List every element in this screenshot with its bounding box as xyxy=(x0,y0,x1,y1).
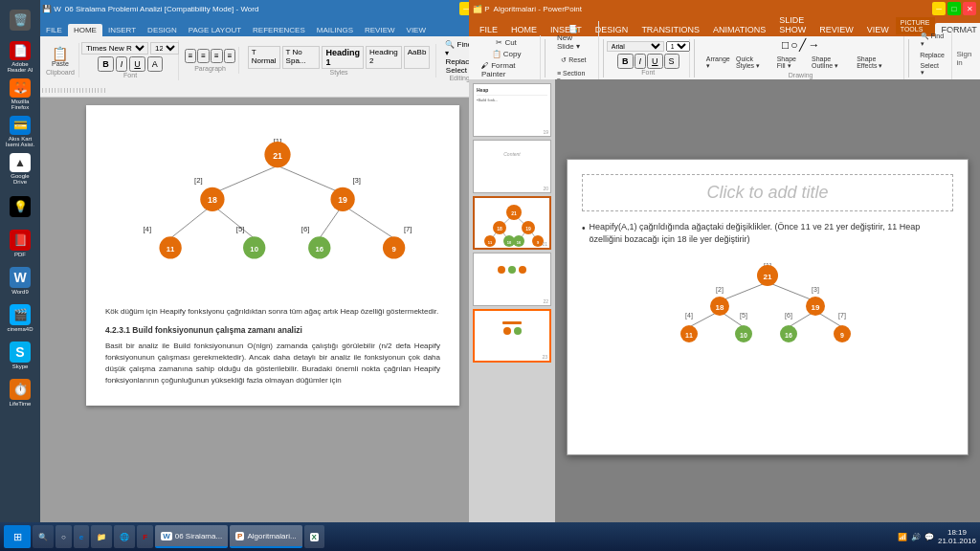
word-tab-design[interactable]: DESIGN xyxy=(142,24,183,36)
ppt-main-area: Heap •Build fonk... 19 Content 20 xyxy=(469,79,980,534)
italic-btn[interactable]: I xyxy=(116,56,128,72)
recycle-icon: 🗑️ xyxy=(10,10,31,31)
ppt-maximize-btn[interactable]: □ xyxy=(947,2,961,15)
ppt-tab-transitions[interactable]: TRANSITIONS xyxy=(635,23,706,36)
word-tab-mailings[interactable]: MAILINGS xyxy=(311,24,359,36)
shape-rect-icon[interactable]: □ xyxy=(782,38,789,52)
style-normal[interactable]: T Normal xyxy=(248,46,280,69)
mini-tree-svg: 21 18 19 11 10 16 9 xyxy=(477,203,551,250)
desktop-icon-pdf[interactable]: 📕 PDF xyxy=(2,226,38,262)
ppt-select-btn[interactable]: Select ▾ xyxy=(919,60,947,78)
lifetime-icon: ⏱️ xyxy=(10,379,31,400)
ppt-replace-btn[interactable]: Replace xyxy=(918,50,947,60)
taskbar-cortana[interactable]: ○ xyxy=(56,525,72,548)
slide-thumb-5[interactable]: 23 xyxy=(473,309,551,363)
ppt-find-btn[interactable]: 🔍 Find ▾ xyxy=(919,31,947,50)
slide-title-placeholder[interactable]: Click to add title xyxy=(582,174,953,211)
cinema4d-icon: 🎬 xyxy=(10,304,31,325)
quick-styles-btn[interactable]: Quick Styles ▾ xyxy=(734,54,773,72)
word-tab-pagelayout[interactable]: PAGE LAYOUT xyxy=(183,24,247,36)
ppt-size-select[interactable]: 18 xyxy=(666,41,690,52)
desktop-icon-lifetime[interactable]: ⏱️ LifeTime xyxy=(2,375,38,411)
taskbar-excel[interactable]: X xyxy=(304,525,324,548)
svg-text:11: 11 xyxy=(488,240,493,245)
style-heading1[interactable]: Heading 1 xyxy=(322,46,364,69)
ppt-close-btn[interactable]: ✕ xyxy=(963,2,976,15)
desktop-icon-recycle[interactable]: 🗑️ xyxy=(2,2,38,38)
taskbar-ie[interactable]: e xyxy=(74,525,89,548)
ppt-tab-view[interactable]: VIEW xyxy=(860,23,896,36)
slide-thumb-3[interactable]: 21 18 19 11 10 16 9 21 xyxy=(473,196,551,250)
ppt-shadow-btn[interactable]: S xyxy=(664,54,679,69)
ppt-copy-btn[interactable]: 📋 Copy xyxy=(479,49,534,59)
shape-arrow-icon[interactable]: → xyxy=(808,38,819,52)
align-left-btn[interactable]: ≡ xyxy=(185,49,197,63)
word-tab-review[interactable]: REVIEW xyxy=(359,24,401,36)
format-painter-btn[interactable]: 🖌 Format Painter xyxy=(479,60,534,79)
desktop-icon-intellij[interactable]: 💡 xyxy=(2,188,38,225)
taskbar-ppt[interactable]: P Algoritmalari... xyxy=(230,525,301,548)
ppt-cut-btn[interactable]: ✂ Cut xyxy=(479,37,534,48)
ppt-tab-slideshow[interactable]: SLIDE SHOW xyxy=(772,13,813,36)
foxit-icon: F xyxy=(143,533,147,541)
ppt-tab-review[interactable]: REVIEW xyxy=(813,23,860,36)
word-tab-insert[interactable]: INSERT xyxy=(102,24,142,36)
desktop-icon-word[interactable]: W Word9 xyxy=(2,263,38,299)
taskbar-word[interactable]: W 06 Siralama... xyxy=(155,525,228,548)
tree-svg: [1] [2] [3] [4] [5] [6] [7] 21 18 19 11 xyxy=(105,124,450,297)
slide-thumb-2[interactable]: Content 20 xyxy=(473,140,551,193)
ppt-underline-btn[interactable]: U xyxy=(647,54,663,69)
style-no-spacing[interactable]: T No Spa... xyxy=(282,46,321,69)
word-tab-file[interactable]: FILE xyxy=(40,24,68,36)
style-heading2[interactable]: Heading 2 xyxy=(366,46,402,69)
shape-outline-btn[interactable]: Shape Outline ▾ xyxy=(810,54,853,72)
desktop-icon-skype[interactable]: S Skype xyxy=(2,338,38,374)
adobe-label: Adobe Reader AI xyxy=(4,61,36,74)
shape-effects-btn[interactable]: Shape Effects ▾ xyxy=(855,54,897,72)
desktop-icon-akiskart[interactable]: 💳 Akıs Kart İsemi Asist. xyxy=(2,114,38,150)
ppt-italic-btn[interactable]: I xyxy=(635,54,647,69)
svg-text:11: 11 xyxy=(167,245,175,253)
slide-thumb-4[interactable]: 22 xyxy=(473,253,551,306)
word-tab-references[interactable]: REFERENCES xyxy=(247,24,311,36)
ppt-font-select[interactable]: Arial xyxy=(607,41,664,52)
taskbar-files[interactable]: 📁 xyxy=(91,525,112,548)
desktop-icon-adobe[interactable]: 📄 Adobe Reader AI xyxy=(2,39,38,76)
paste-btn[interactable]: 📋 Paste xyxy=(47,45,74,69)
word-tab-home[interactable]: HOME xyxy=(68,24,102,36)
align-center-btn[interactable]: ≡ xyxy=(197,49,210,63)
word-heading: 4.2.3.1 Build fonksiyonunun çalışma zama… xyxy=(105,325,440,335)
taskbar-foxitreader[interactable]: F xyxy=(137,525,153,548)
word-page: [1] [2] [3] [4] [5] [6] [7] 21 18 19 11 xyxy=(86,105,459,406)
desktop-icon-firefox[interactable]: 🦊 Mozilla Firefox xyxy=(2,77,38,113)
desktop-icon-cinema4d[interactable]: 🎬 cinema4D xyxy=(2,300,38,337)
shape-line-icon[interactable]: ╱ xyxy=(799,38,806,52)
arrange-btn[interactable]: Arrange ▾ xyxy=(704,54,732,72)
taskbar-clock[interactable]: 18:19 21.01.2016 xyxy=(938,528,976,545)
skype-label: Skype xyxy=(12,364,29,370)
bold-btn[interactable]: B xyxy=(98,56,114,72)
ppt-bold-btn[interactable]: B xyxy=(617,54,634,69)
color-btn[interactable]: A xyxy=(147,56,163,72)
styles-group: T Normal T No Spa... Heading 1 Heading 2… xyxy=(242,44,437,77)
new-slide-btn[interactable]: 📑 New Slide ▾ xyxy=(555,23,592,53)
ppt-tab-animations[interactable]: ANIMATIONS xyxy=(706,23,772,36)
underline-btn[interactable]: U xyxy=(129,56,145,72)
taskbar-chrome[interactable]: 🌐 xyxy=(114,525,135,548)
word-tab-view[interactable]: VIEW xyxy=(401,24,432,36)
shape-oval-icon[interactable]: ○ xyxy=(791,38,797,52)
ppt-minimize-btn[interactable]: ─ xyxy=(932,2,946,15)
styles-label: Styles xyxy=(330,69,348,76)
start-button[interactable]: ⊞ xyxy=(4,525,31,548)
desktop-icon-gdrive[interactable]: ▲ Google Drive xyxy=(2,151,38,187)
taskbar-search[interactable]: 🔍 xyxy=(33,525,54,548)
slide-thumb-1[interactable]: Heap •Build fonk... 19 xyxy=(473,83,551,137)
font-size-select[interactable]: 12 xyxy=(150,42,179,55)
svg-text:[4]: [4] xyxy=(685,312,693,320)
align-right-btn[interactable]: ≡ xyxy=(211,49,223,63)
shape-fill-btn[interactable]: Shape Fill ▾ xyxy=(775,54,808,72)
font-family-select[interactable]: Times New R... xyxy=(81,42,148,55)
justify-btn[interactable]: ≡ xyxy=(224,49,236,63)
reset-btn[interactable]: ↺ Reset xyxy=(559,55,588,66)
style-aabb[interactable]: AaBb xyxy=(404,46,431,69)
